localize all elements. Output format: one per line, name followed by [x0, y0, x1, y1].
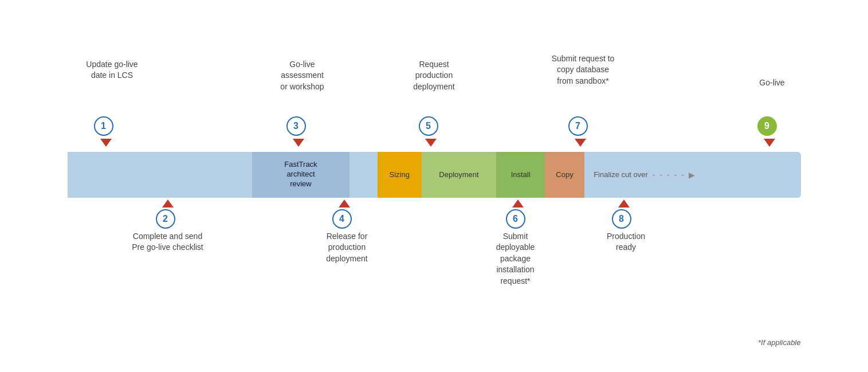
arrow-up-4 — [339, 199, 350, 207]
badge-8: 8 — [612, 209, 631, 229]
label-step8: Productionready — [589, 231, 663, 253]
label-step5: Requestproductiondeployment — [388, 59, 480, 93]
seg-gap3 — [349, 152, 378, 198]
seg-gap1 — [68, 152, 156, 198]
arrow-up-6 — [512, 199, 524, 207]
label-step9: Go-live — [744, 77, 801, 89]
seg-copy: Copy — [545, 152, 584, 198]
badge-1: 1 — [94, 116, 113, 136]
label-step7: Submit request tocopy databasefrom sandb… — [532, 53, 635, 87]
arrow-down-1 — [100, 139, 112, 147]
label-step4: Release forproductiondeployment — [301, 231, 393, 265]
label-step1: Update go-livedate in LCS — [72, 59, 152, 81]
seg-fasttrack: FastTrackarchitectreview — [252, 152, 349, 198]
seg-deployment: Deployment — [422, 152, 497, 198]
arrow-down-9 — [764, 139, 775, 147]
badge-4: 4 — [332, 209, 352, 229]
seg-last — [770, 152, 801, 198]
badge-2: 2 — [156, 209, 175, 229]
label-step6: Submitdeployablepackageinstallationreque… — [470, 231, 561, 287]
badge-9: 9 — [757, 116, 777, 136]
arrow-down-5 — [425, 139, 437, 147]
finalize-label: Finalize cut over — [594, 170, 648, 179]
footnote: *If applicable — [758, 338, 800, 347]
label-step2: Complete and sendPre go-live checklist — [113, 231, 222, 253]
seg-sizing: Sizing — [378, 152, 422, 198]
badge-5: 5 — [419, 116, 438, 136]
badge-7: 7 — [568, 116, 588, 136]
arrow-up-8 — [618, 199, 630, 207]
arrow-up-2 — [162, 199, 174, 207]
arrow-down-3 — [293, 139, 304, 147]
label-step3: Go-liveassessmentor workshop — [257, 59, 348, 93]
diagram-container: FastTrackarchitectreview Sizing Deployme… — [33, 20, 835, 353]
timeline-bar: FastTrackarchitectreview Sizing Deployme… — [68, 152, 801, 198]
badge-3: 3 — [286, 116, 306, 136]
seg-finalize: Finalize cut over - - - - - ▶ — [584, 152, 770, 198]
badge-6: 6 — [506, 209, 525, 229]
dotted-arrow: - - - - - ▶ — [653, 170, 696, 179]
seg-install: Install — [496, 152, 545, 198]
arrow-down-7 — [575, 139, 586, 147]
seg-gap2 — [155, 152, 252, 198]
